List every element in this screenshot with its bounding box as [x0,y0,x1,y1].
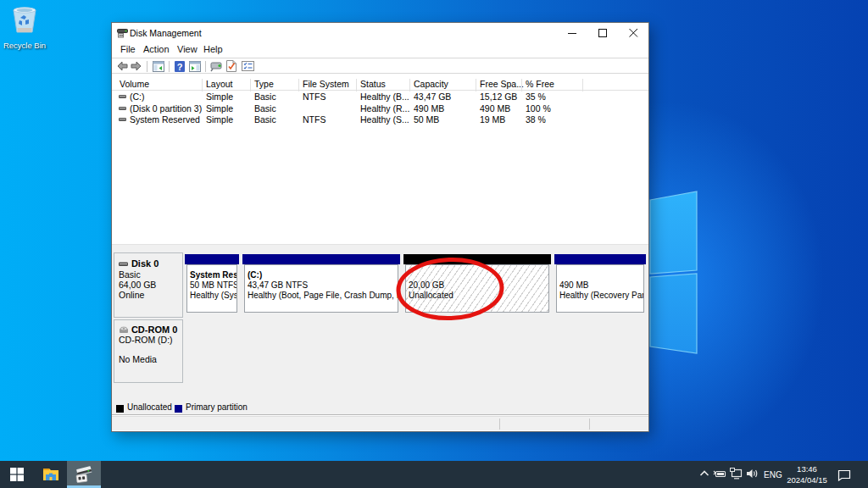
svg-text:?: ? [177,62,183,72]
